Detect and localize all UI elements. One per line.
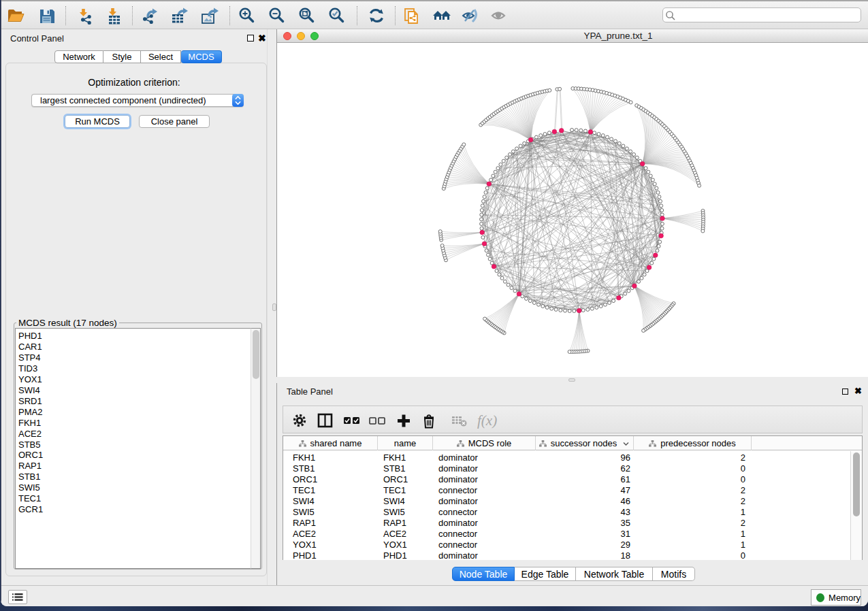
svg-text:f(x): f(x) <box>477 412 497 429</box>
